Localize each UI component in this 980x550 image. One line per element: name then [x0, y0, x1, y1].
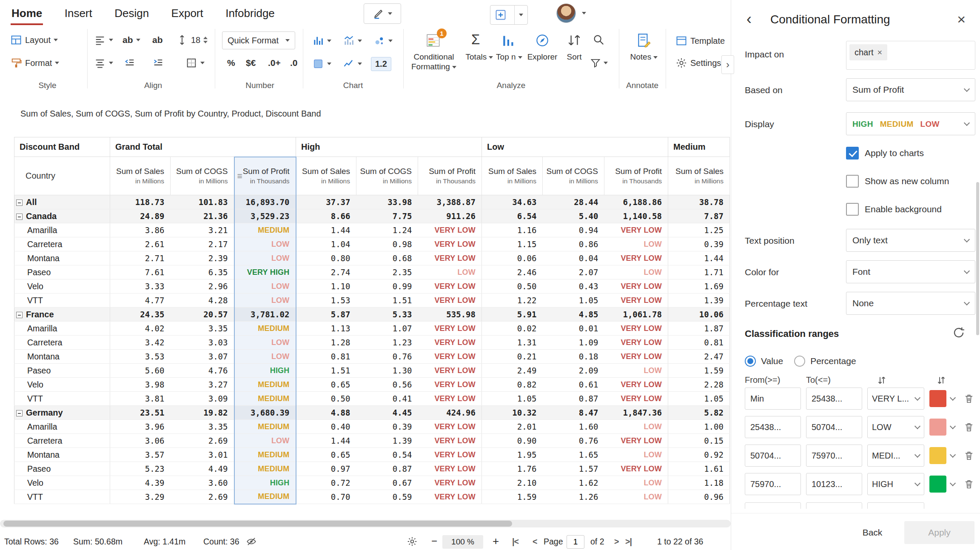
row-height-stepper[interactable]: 18	[174, 31, 210, 49]
account-menu-chevron-icon[interactable]	[582, 12, 586, 14]
range-color-picker[interactable]	[929, 419, 962, 436]
pivot-measure-header[interactable]: Sum of Salesin Millions	[110, 157, 171, 195]
range-label-select[interactable]: LOW	[867, 416, 924, 438]
stepper-buttons[interactable]	[203, 37, 208, 43]
panel-back-icon[interactable]: ‹	[746, 10, 752, 28]
pivot-measure-header[interactable]: Sum of Profitin Thousands	[418, 157, 482, 195]
filter-button[interactable]	[590, 57, 608, 69]
quick-format-select[interactable]: Quick Format	[222, 31, 295, 49]
reset-ranges-icon[interactable]	[952, 326, 966, 339]
tab-infobridge[interactable]: Infobridge	[225, 0, 276, 23]
row-label[interactable]: Montana	[14, 251, 110, 265]
close-icon[interactable]: ×	[957, 11, 966, 28]
avatar[interactable]	[556, 3, 576, 23]
pivot-measure-header[interactable]: Sum of COGSin Millions	[356, 157, 418, 195]
enable-background-checkbox[interactable]: Enable background	[846, 202, 942, 216]
format-button[interactable]: Format	[8, 54, 62, 72]
row-label[interactable]: Germany	[14, 406, 110, 420]
range-from-input[interactable]: Min	[745, 388, 801, 410]
delete-range-button[interactable]	[963, 479, 974, 490]
row-label[interactable]: Montana	[14, 350, 110, 364]
table-settings-gear-icon[interactable]	[407, 536, 418, 547]
pivot-group-header[interactable]: Low	[482, 137, 668, 157]
zoom-in-button[interactable]: +	[493, 535, 499, 548]
add-visual-button[interactable]	[490, 5, 528, 25]
impact-chip[interactable]: chart ×	[849, 44, 887, 60]
apply-button[interactable]: Apply	[904, 521, 974, 544]
panel-scrollbar-thumb[interactable]	[976, 182, 979, 335]
color-for-select[interactable]: Font	[846, 260, 975, 283]
pivot-measure-header[interactable]: Sum of Salesin Millions	[482, 157, 543, 195]
settings-button[interactable]: Settings	[673, 54, 724, 72]
tab-home[interactable]: Home	[11, 0, 43, 25]
delete-range-button[interactable]	[963, 393, 974, 404]
range-color-picker[interactable]	[929, 447, 962, 464]
range-label-select[interactable]: VERY L...	[867, 388, 924, 410]
range-color-picker[interactable]	[929, 476, 962, 493]
apply-to-charts-checkbox[interactable]: Apply to charts	[846, 146, 924, 160]
row-label[interactable]: Velo	[14, 279, 110, 294]
tab-insert[interactable]: Insert	[64, 0, 93, 23]
row-label[interactable]: Canada	[14, 209, 110, 223]
currency-format-button[interactable]: $€	[243, 54, 258, 72]
range-from-input[interactable]: 50704...	[745, 445, 801, 467]
bubble-chart-button[interactable]	[371, 31, 395, 50]
notes-button[interactable]: Notes	[626, 30, 662, 80]
decimal-places-button[interactable]: 1.2	[368, 54, 394, 73]
last-page-button[interactable]: >|	[625, 537, 632, 547]
collapse-icon[interactable]	[16, 410, 23, 416]
layout-button[interactable]: Layout	[8, 31, 60, 49]
explorer-button[interactable]: Explorer	[524, 30, 561, 80]
edit-mode-button[interactable]	[364, 3, 401, 24]
row-label[interactable]: Carretera	[14, 434, 110, 448]
row-label[interactable]: Velo	[14, 476, 110, 490]
row-label[interactable]: Amarilla	[14, 223, 110, 237]
row-label[interactable]: Montana	[14, 448, 110, 462]
row-label[interactable]: Paseo	[14, 265, 110, 279]
combo-chart-button[interactable]	[340, 31, 365, 50]
add-visual-dropdown[interactable]	[514, 6, 527, 24]
collapse-icon[interactable]	[16, 214, 23, 220]
value-radio[interactable]	[745, 356, 756, 367]
remove-chip-icon[interactable]: ×	[877, 48, 882, 57]
panel-collapse-button[interactable]: ›	[721, 55, 734, 74]
totals-button[interactable]: Σ Totals	[464, 30, 494, 80]
range-to-input[interactable]: 75970...	[806, 445, 862, 467]
row-label[interactable]: France	[14, 308, 110, 322]
impact-on-field[interactable]: chart ×	[846, 41, 975, 70]
page-number-input[interactable]	[567, 535, 584, 549]
row-label[interactable]: VTT	[14, 294, 110, 308]
row-label[interactable]: All	[14, 195, 110, 209]
range-from-input[interactable]: 25438...	[745, 416, 801, 438]
delete-range-button[interactable]	[963, 450, 974, 461]
tab-export[interactable]: Export	[171, 0, 204, 23]
based-on-select[interactable]: Sum of Profit	[846, 78, 975, 101]
row-label[interactable]: Amarilla	[14, 322, 110, 336]
next-page-button[interactable]: >	[614, 537, 618, 547]
percentage-radio[interactable]	[794, 356, 805, 367]
scrollbar-thumb[interactable]	[3, 521, 512, 527]
pivot-measure-header[interactable]: ≡Sum of Profitin Thousands	[234, 157, 296, 195]
sort-button[interactable]: Sort	[561, 30, 587, 80]
row-label[interactable]: VTT	[14, 490, 110, 504]
row-label[interactable]: Paseo	[14, 462, 110, 476]
chart-color-button[interactable]	[310, 54, 334, 73]
range-color-picker[interactable]	[929, 390, 962, 407]
percent-format-button[interactable]: %	[225, 54, 238, 72]
horizontal-scrollbar[interactable]	[0, 520, 731, 527]
pivot-measure-header[interactable]: Sum of Salesin Millions	[296, 157, 356, 195]
indent-decrease-button[interactable]	[121, 54, 138, 72]
pivot-measure-header[interactable]: Sum of COGSin Millions	[171, 157, 234, 195]
zoom-out-button[interactable]: −	[431, 535, 437, 547]
display-select[interactable]: HIGHMEDIUMLOW	[846, 112, 975, 135]
template-button[interactable]: Template	[673, 31, 727, 50]
vertical-align-button[interactable]	[91, 54, 116, 72]
increase-decimal-button[interactable]: .0+	[265, 54, 283, 72]
borders-button[interactable]	[183, 54, 207, 72]
collapse-icon[interactable]	[16, 312, 23, 318]
pivot-group-header[interactable]: Grand Total	[110, 137, 296, 157]
pivot-measure-header[interactable]: Sum of Salesin Millions	[668, 157, 730, 195]
range-label-select[interactable]: MEDI...	[867, 445, 924, 467]
drag-handle-icon[interactable]: ≡	[237, 171, 242, 181]
collapse-icon[interactable]	[16, 199, 23, 206]
